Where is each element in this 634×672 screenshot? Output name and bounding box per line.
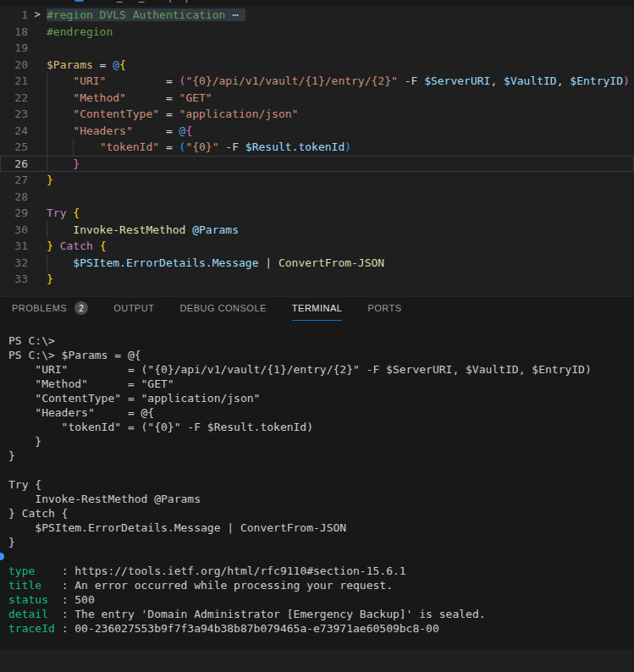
- code-text[interactable]: "Method" = "GET": [47, 90, 212, 107]
- panel-tab-output[interactable]: OUTPUT: [113, 297, 154, 321]
- panel-tab-terminal[interactable]: TERMINAL: [292, 297, 343, 321]
- terminal-line: [8, 636, 634, 649]
- code-line-current[interactable]: 26 }: [0, 156, 634, 173]
- code-line[interactable]: 33}: [0, 271, 634, 288]
- code-line[interactable]: 1>#region DVLS Authentication ⋯: [0, 7, 634, 24]
- fold-chevron-icon[interactable]: >: [28, 7, 47, 24]
- code-editor[interactable]: 1>#region DVLS Authentication ⋯18#endreg…: [0, 6, 634, 296]
- code-line[interactable]: 22 "Method" = "GET": [0, 90, 634, 107]
- terminal-token: type: [8, 565, 62, 577]
- terminal-line: status : 500: [8, 592, 634, 607]
- breadcrumb-separator-icon: ›: [207, 0, 211, 2]
- code-token: [47, 124, 73, 137]
- code-token: [47, 107, 73, 120]
- terminal-line: $PSItem.ErrorDetails.Message | ConvertFr…: [8, 521, 634, 535]
- terminal-token: } Catch {: [8, 507, 68, 520]
- code-text[interactable]: $PSItem.ErrorDetails.Message | ConvertFr…: [47, 255, 384, 272]
- indent-guide: [47, 73, 47, 90]
- code-token: "tokenId": [100, 140, 159, 153]
- breadcrumb-item[interactable]: ⋯: [217, 0, 227, 3]
- code-text[interactable]: Invoke-RestMethod @Params: [47, 222, 239, 239]
- terminal-token: : https://tools.ietf.org/html/rfc9110#se…: [62, 565, 406, 577]
- line-number: 26: [0, 156, 28, 173]
- code-line[interactable]: 19: [0, 40, 634, 57]
- code-token: {: [100, 240, 107, 252]
- code-token: "ContentType": [73, 107, 159, 120]
- terminal-token: : 500: [62, 593, 95, 606]
- code-token: $VaultID: [504, 74, 557, 87]
- code-line[interactable]: 20$Params = @{: [0, 57, 634, 74]
- panel-tab-debug-console[interactable]: DEBUG CONSOLE: [179, 297, 266, 321]
- panel-tab-problems[interactable]: PROBLEMS2: [12, 297, 88, 321]
- line-number: 33: [0, 271, 28, 288]
- code-token: $EntryID: [570, 74, 623, 87]
- code-text[interactable]: "ContentType" = "application/json": [47, 106, 298, 123]
- code-text[interactable]: "tokenId" = ("{0}" -F $Result.tokenId): [47, 139, 351, 156]
- line-number: 19: [0, 40, 28, 57]
- terminal-token: Invoke-RestMethod @Params: [8, 493, 201, 505]
- terminal-line: Invoke-RestMethod @Params: [8, 492, 634, 506]
- code-line[interactable]: 32 $PSItem.ErrorDetails.Message | Conver…: [0, 255, 634, 272]
- code-token: {: [185, 124, 192, 137]
- code-text[interactable]: #region DVLS Authentication ⋯: [47, 7, 245, 24]
- terminal-line: traceId : 00-236027553b9f7f3a94b38b87b07…: [8, 621, 634, 636]
- code-text[interactable]: }: [47, 271, 53, 288]
- code-line[interactable]: 28: [0, 189, 634, 206]
- code-line[interactable]: 25 "tokenId" = ("{0}" -F $Result.tokenId…: [0, 139, 634, 156]
- code-line[interactable]: 30 Invoke-RestMethod @Params: [0, 222, 634, 239]
- code-text[interactable]: $Params = @{: [47, 57, 126, 74]
- breadcrumb[interactable]: PowerShell›DVLS_API_example.ps1›⋯: [0, 0, 634, 6]
- line-number: 28: [0, 189, 28, 206]
- terminal-token: : The entry 'Domain Administrator [Emerg…: [62, 608, 486, 620]
- terminal-line: "Headers" = @{: [8, 405, 634, 420]
- terminal[interactable]: PS C:\>PS C:\> $Params = @{ "URI" = ("{0…: [0, 321, 634, 649]
- breadcrumb-item[interactable]: DVLS_API_example.ps1: [90, 0, 201, 3]
- folded-region-highlight[interactable]: #region DVLS Authentication ⋯: [47, 8, 245, 21]
- terminal-token: }: [8, 435, 41, 448]
- code-text[interactable]: }: [47, 156, 80, 173]
- code-text[interactable]: #endregion: [47, 24, 113, 41]
- code-text[interactable]: "Headers" = @{: [47, 123, 192, 140]
- problems-count-badge: 2: [74, 301, 88, 315]
- code-text[interactable]: Try {: [47, 205, 80, 222]
- terminal-line: }: [8, 434, 634, 449]
- code-line[interactable]: 31} Catch {: [0, 238, 634, 255]
- command-decoration-icon[interactable]: [0, 553, 4, 560]
- panel-tab-label: TERMINAL: [292, 303, 343, 313]
- panel-tab-ports[interactable]: PORTS: [367, 297, 401, 321]
- terminal-line: type : https://tools.ietf.org/html/rfc91…: [8, 564, 634, 578]
- code-line[interactable]: 24 "Headers" = @{: [0, 123, 634, 140]
- code-token: [47, 157, 73, 170]
- line-number: 20: [0, 57, 28, 74]
- code-token: }: [47, 174, 53, 186]
- powershell-file-icon: [74, 0, 84, 2]
- code-text[interactable]: "URI" = ("{0}/api/v1/vault/{1}/entry/{2}…: [47, 73, 630, 90]
- code-token: =: [126, 91, 179, 104]
- code-line[interactable]: 27}: [0, 172, 634, 189]
- terminal-token: }: [8, 536, 15, 548]
- terminal-line: }: [8, 535, 634, 549]
- indent-guide: [47, 106, 47, 123]
- code-token: -F: [219, 140, 245, 153]
- code-line[interactable]: 29Try {: [0, 205, 634, 222]
- code-text[interactable]: } Catch {: [47, 238, 106, 255]
- code-token: [225, 8, 232, 21]
- fold-gutter-spacer: [28, 156, 47, 173]
- fold-gutter-spacer: [28, 123, 47, 140]
- terminal-token: : 00-236027553b9f7f3a94b38b87b079465a-e7…: [62, 622, 439, 635]
- code-token: #endregion: [47, 25, 113, 38]
- indent-guide: [47, 156, 47, 173]
- terminal-line: PS C:\>: [8, 333, 634, 348]
- terminal-line: }: [8, 449, 634, 463]
- code-line[interactable]: 18#endregion: [0, 24, 634, 41]
- terminal-token: PS C:\> $Params = @{: [8, 349, 141, 361]
- code-text[interactable]: }: [47, 172, 53, 189]
- code-token: -F: [398, 74, 424, 87]
- terminal-token: "ContentType" = "application/json": [8, 392, 260, 405]
- code-line[interactable]: 21 "URI" = ("{0}/api/v1/vault/{1}/entry/…: [0, 73, 634, 90]
- panel-tabs: PROBLEMS2OUTPUTDEBUG CONSOLETERMINALPORT…: [0, 296, 634, 321]
- code-line[interactable]: 23 "ContentType" = "application/json": [0, 106, 634, 123]
- code-token: =: [159, 107, 179, 120]
- indent-guide: [73, 139, 74, 156]
- breadcrumb-item[interactable]: PowerShell: [8, 0, 60, 3]
